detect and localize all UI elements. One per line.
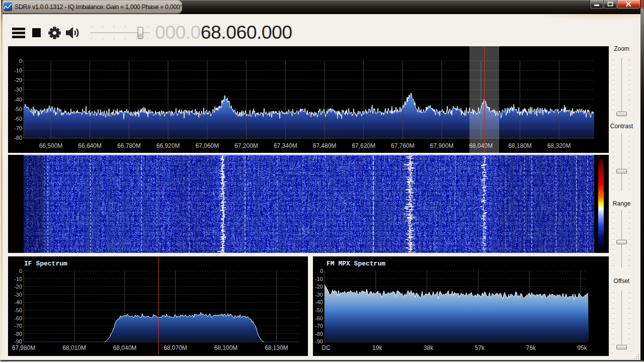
- svg-text:IF Spectrum: IF Spectrum: [24, 260, 67, 267]
- svg-text:68,010M: 68,010M: [62, 344, 86, 351]
- svg-text:66,500M: 66,500M: [39, 142, 63, 149]
- svg-text:-10: -10: [315, 276, 323, 282]
- svg-text:68,180M: 68,180M: [508, 142, 532, 149]
- svg-text:-70: -70: [14, 125, 22, 131]
- svg-text:0: 0: [320, 268, 323, 274]
- svg-text:-30: -30: [14, 292, 22, 298]
- svg-text:-10: -10: [14, 276, 22, 282]
- svg-text:-40: -40: [14, 299, 22, 305]
- svg-text:-20: -20: [14, 77, 22, 83]
- svg-text:68,100M: 68,100M: [214, 344, 238, 351]
- svg-text:68,320M: 68,320M: [547, 142, 571, 149]
- svg-text:-60: -60: [14, 315, 22, 321]
- svg-text:95k: 95k: [577, 344, 587, 351]
- svg-text:-70: -70: [14, 323, 22, 329]
- svg-text:-20: -20: [14, 284, 22, 290]
- svg-text:67,340M: 67,340M: [274, 142, 297, 149]
- svg-text:19k: 19k: [372, 344, 382, 351]
- svg-text:-90: -90: [315, 338, 323, 344]
- svg-text:-70: -70: [315, 323, 323, 329]
- svg-text:-10: -10: [14, 67, 22, 73]
- svg-text:-80: -80: [315, 331, 323, 337]
- svg-text:76k: 76k: [526, 344, 536, 351]
- svg-text:57k: 57k: [475, 344, 485, 351]
- svg-text:-90: -90: [14, 338, 22, 344]
- svg-text:-40: -40: [315, 299, 323, 305]
- svg-text:67,620M: 67,620M: [352, 142, 375, 149]
- svg-text:68,130M: 68,130M: [265, 344, 288, 351]
- svg-text:-40: -40: [14, 97, 22, 103]
- svg-text:38k: 38k: [424, 344, 434, 351]
- svg-text:66,920M: 66,920M: [156, 142, 180, 149]
- svg-text:DC: DC: [321, 344, 331, 351]
- svg-text:-50: -50: [315, 307, 323, 313]
- svg-text:0: 0: [19, 58, 22, 64]
- svg-text:FM MPX Spectrum: FM MPX Spectrum: [327, 260, 385, 267]
- svg-text:67,760M: 67,760M: [391, 142, 415, 149]
- svg-text:66,780M: 66,780M: [117, 142, 141, 149]
- svg-text:0: 0: [19, 268, 22, 274]
- svg-text:-30: -30: [315, 292, 323, 298]
- svg-text:67,200M: 67,200M: [234, 142, 258, 149]
- svg-text:-50: -50: [14, 307, 22, 313]
- svg-text:66,640M: 66,640M: [78, 142, 102, 149]
- svg-text:-60: -60: [315, 315, 323, 321]
- svg-text:-60: -60: [14, 116, 22, 122]
- svg-text:68,040M: 68,040M: [113, 344, 137, 351]
- svg-text:67,480M: 67,480M: [313, 142, 337, 149]
- svg-text:67,900M: 67,900M: [430, 142, 454, 149]
- svg-text:68,070M: 68,070M: [164, 344, 187, 351]
- svg-text:-30: -30: [14, 86, 22, 93]
- svg-text:-80: -80: [14, 135, 22, 141]
- svg-text:67,980M: 67,980M: [12, 344, 36, 351]
- svg-text:-80: -80: [14, 331, 22, 337]
- svg-text:67,060M: 67,060M: [195, 142, 219, 149]
- svg-text:-50: -50: [14, 106, 22, 112]
- svg-text:-20: -20: [315, 284, 323, 290]
